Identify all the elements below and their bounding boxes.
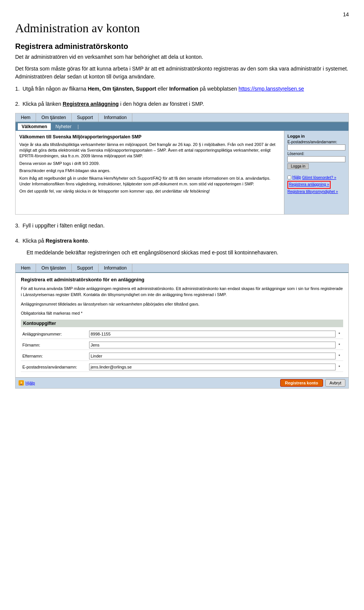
form-row-efternamn: Efternamn: * [21,351,343,361]
form-input-email[interactable] [89,364,336,370]
step4-prefix: 4. Klicka på [15,238,46,244]
footer-help-area: ? Hjälp [19,380,35,386]
smp-nav-om[interactable]: Om tjänsten [36,113,72,122]
smp-forgot-link[interactable]: Glömt lösenordet? » [302,176,336,180]
intro-line2: Det första som måste göras för att kunna… [15,65,349,81]
reg-form-heading: Registrera ett administratörskonto för e… [21,277,343,282]
smp-sidebar: Logga in E-postadress/användarnamn: Löse… [284,131,348,214]
form-row-fornamn: Förnamn: * [21,340,343,350]
help-icon: ? [19,380,24,386]
step1-bold2: Information [169,86,198,92]
smp-sub-nav-valkommen[interactable]: Välkommen [18,123,51,130]
step2-bold: Registrera anläggning [63,101,119,107]
smp-screenshot-2: Hem Om tjänsten Support Information Regi… [15,263,349,389]
smp-sidebar-heading: Logga in [287,134,345,138]
form-input-anlaggning[interactable] [89,331,336,337]
form-label-email: E-postadress/användarnamn: [21,365,89,369]
smp-nav-information[interactable]: Information [99,113,132,122]
reg-nav-hem[interactable]: Hem [16,264,36,272]
smp-register-highlight: Registrera anläggning » [287,181,331,189]
reg-nav-om[interactable]: Om tjänsten [36,264,72,272]
smp-register-link2[interactable]: Registrera tillsynsmyndighet » [287,190,345,194]
smp-login-button[interactable]: Logga in [287,163,309,169]
step4-bold: Registrera konto [46,238,88,244]
step1-text: 1. Utgå från någon av flikarna Hem, Om t… [15,85,349,93]
smp-sub-nav: Välkommen Nyheter | [16,122,348,131]
form-required-efternamn: * [336,354,343,358]
smp-sub-nav-nyheter[interactable]: Nyheter [52,123,75,130]
smp-password-input[interactable] [287,156,345,162]
smp-nav-support[interactable]: Support [72,113,99,122]
smp-main-para3: Branschkoder enligt nya FMH-bilagan ska … [19,168,280,174]
step-4: 4. Klicka på Registrera konto. Ett medde… [15,237,349,257]
form-row-email: E-postadress/användarnamn: * [21,362,343,372]
reg-nav: Hem Om tjänsten Support Information [16,264,348,273]
form-input-fornamn[interactable] [89,342,336,348]
step1-suffix: på webbplatsen [198,86,238,92]
reg-nav-support[interactable]: Support [72,264,99,272]
form-label-efternamn: Efternamn: [21,354,89,358]
smp-help-row: Hjälp Glömt lösenordet? » [287,175,345,180]
form-label-anlaggning: Anläggningsnummer: [21,332,89,336]
smp-body: Välkommen till Svenska Miljörapportering… [16,131,348,214]
form-label-fornamn: Förnamn: [21,343,89,347]
smp-main-para1: Varje år ska alla tillståndspliktiga ver… [19,142,280,159]
step1-bold: Hem, Om tjänsten, Support [88,86,156,92]
reg-required-note: Obligatoriska fält markeras med * [21,310,343,317]
form-required-fornamn: * [336,343,343,347]
page-number: 14 [15,11,349,17]
smp-nav: Hem Om tjänsten Support Information [16,113,348,122]
reg-form-body: Registrera ett administratörskonto för e… [16,273,348,377]
footer-help-link[interactable]: Hjälp [25,381,35,385]
step4-note: Ett meddelande bekräftar registreringen … [27,248,349,257]
step2-text: 2. Klicka på länken Registrera anläggnin… [15,100,349,108]
intro-line1: Det är administratören vid en verksamhet… [15,53,349,61]
smp-nav-hem[interactable]: Hem [16,113,36,122]
step-1: 1. Utgå från någon av flikarna Hem, Om t… [15,85,349,93]
footer-buttons: Registrera konto Avbryt [280,379,345,387]
step1-link[interactable]: https://smp.lansstyrelsen.se [238,86,304,92]
step2-suffix: i den högra delen av fönstret i SMP. [119,101,204,107]
smp-sub-nav-separator: | [76,123,80,130]
form-required-email: * [336,365,343,369]
reg-nav-information[interactable]: Information [99,264,132,272]
step-3: 3. Fyll i uppgifter i fälten enligt neda… [15,221,349,230]
step3-text: 3. Fyll i uppgifter i fälten enligt neda… [15,221,349,230]
step4-suffix: . [88,238,89,244]
smp-main-para2: Denna version av SMP togs i drift 9/3 20… [19,161,280,166]
smp-main-heading: Välkommen till Svenska Miljörapportering… [19,134,280,140]
reg-form-para2: Anläggningsnumret tilldelades av länssty… [21,301,343,307]
form-input-efternamn[interactable] [89,353,336,359]
step1-mid: eller [156,86,169,92]
register-konto-button[interactable]: Registrera konto [280,379,323,387]
form-required-anlaggning: * [336,332,343,336]
smp-register-link[interactable]: Registrera anläggning » [289,182,329,187]
smp-main-para4: Kom ihåg att regelbundet gå in under fli… [19,176,280,187]
step2-prefix: 2. Klicka på länken [15,101,63,107]
smp-main-content: Välkommen till Svenska Miljörapportering… [16,131,284,214]
smp-main-para5: Om det uppstår fel, var vänlig skicka in… [19,188,280,194]
smp-email-input[interactable] [287,144,345,151]
step-2: 2. Klicka på länken Registrera anläggnin… [15,100,349,214]
smp-screenshot-1: Hem Om tjänsten Support Information Välk… [15,113,349,215]
step1-prefix: 1. Utgå från någon av flikarna [15,86,88,92]
step4-text: 4. Klicka på Registrera konto. [15,237,349,245]
smp-password-label: Lösenord: [287,152,345,156]
section-title: Registrera administratörskonto [15,42,349,51]
reg-form-para1: För att kunna använda SMP måste anläggni… [21,285,343,298]
smp-help-link[interactable]: Hjälp [292,175,301,179]
cancel-button[interactable]: Avbryt [325,379,345,387]
main-title: Administration av konton [15,21,349,35]
reg-section-title: Kontouppgifter [21,320,343,327]
smp-email-label: E-postadress/användarnamn: [287,140,345,144]
smp-help-checkbox[interactable] [287,176,291,179]
reg-footer-bar: ? Hjälp Registrera konto Avbryt [16,377,348,388]
form-row-anlaggning: Anläggningsnummer: * [21,329,343,339]
